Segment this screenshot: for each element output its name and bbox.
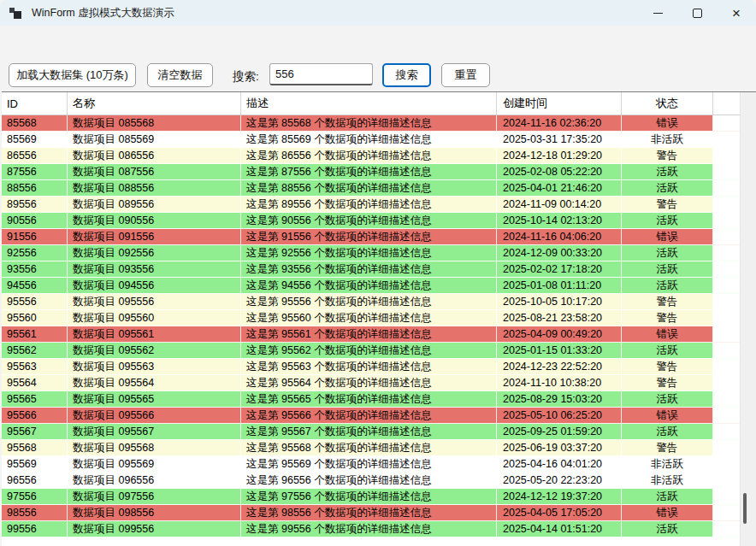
cell-id: 95565 (2, 391, 68, 407)
cell-desc: 这是第 95561 个数据项的详细描述信息 (241, 326, 497, 342)
cell-name: 数据项目 099556 (68, 521, 241, 537)
table-row[interactable]: 96556数据项目 096556这是第 96556 个数据项的详细描述信息202… (2, 473, 756, 489)
cell-date: 2025-09-25 01:59:20 (497, 424, 622, 439)
table-row[interactable]: 97556数据项目 097556这是第 97556 个数据项的详细描述信息202… (2, 489, 756, 505)
cell-name: 数据项目 097556 (68, 489, 241, 504)
cell-status: 非活跃 (622, 473, 713, 488)
scrollbar-thumb[interactable] (743, 493, 747, 524)
table-row[interactable]: 86556数据项目 086556这是第 86556 个数据项的详细描述信息202… (2, 148, 756, 164)
vertical-scrollbar[interactable] (740, 92, 756, 546)
cell-status: 警告 (622, 310, 713, 326)
cell-id: 85569 (2, 132, 68, 147)
table-row[interactable]: 95568数据项目 095568这是第 95568 个数据项的详细描述信息202… (2, 440, 756, 456)
minimize-button[interactable] (638, 0, 677, 26)
reset-button[interactable]: 重置 (441, 63, 490, 87)
column-header-status[interactable]: 状态 (622, 92, 713, 114)
cell-desc: 这是第 95560 个数据项的详细描述信息 (241, 310, 497, 326)
column-header-desc[interactable]: 描述 (241, 92, 497, 114)
table-row[interactable]: 93556数据项目 093556这是第 93556 个数据项的详细描述信息202… (2, 261, 756, 278)
table-row[interactable]: 95566数据项目 095566这是第 95566 个数据项的详细描述信息202… (2, 408, 756, 424)
table-row[interactable]: 90556数据项目 090556这是第 90556 个数据项的详细描述信息202… (2, 213, 756, 229)
table-row[interactable]: 94556数据项目 094556这是第 94556 个数据项的详细描述信息202… (2, 278, 756, 294)
table-row[interactable]: 89556数据项目 089556这是第 89556 个数据项的详细描述信息202… (2, 197, 756, 213)
cell-status: 活跃 (622, 213, 713, 228)
cell-filler (713, 148, 741, 163)
cell-date: 2024-12-23 22:52:20 (497, 359, 622, 374)
table-row[interactable]: 95560数据项目 095560这是第 95560 个数据项的详细描述信息202… (2, 310, 756, 326)
cell-id: 87556 (2, 164, 68, 179)
cell-date: 2025-04-05 17:05:20 (497, 505, 622, 520)
cell-filler (713, 229, 741, 244)
search-button[interactable]: 搜索 (382, 63, 431, 87)
cell-date: 2025-04-01 21:46:20 (497, 180, 622, 196)
cell-date: 2024-12-18 01:29:20 (497, 148, 622, 163)
cell-id: 97556 (2, 489, 68, 504)
cell-desc: 这是第 95567 个数据项的详细描述信息 (241, 424, 497, 439)
cell-filler (713, 343, 741, 358)
cell-filler (713, 489, 741, 504)
table-row[interactable]: 95561数据项目 095561这是第 95561 个数据项的详细描述信息202… (2, 326, 756, 343)
cell-id: 92556 (2, 245, 68, 261)
load-data-button[interactable]: 加载大数据集 (10万条) (9, 63, 136, 87)
table-row[interactable]: 95556数据项目 095556这是第 95556 个数据项的详细描述信息202… (2, 294, 756, 310)
table-row[interactable]: 95562数据项目 095562这是第 95562 个数据项的详细描述信息202… (2, 343, 756, 359)
cell-date: 2025-03-31 17:35:20 (497, 132, 622, 147)
cell-desc: 这是第 91556 个数据项的详细描述信息 (241, 229, 497, 244)
cell-status: 活跃 (622, 245, 713, 261)
cell-status: 错误 (622, 326, 713, 342)
cell-desc: 这是第 87556 个数据项的详细描述信息 (241, 164, 497, 179)
table-row[interactable]: 92556数据项目 092556这是第 92556 个数据项的详细描述信息202… (2, 245, 756, 261)
cell-date: 2025-01-08 01:11:20 (497, 278, 622, 293)
table-row[interactable]: 99556数据项目 099556这是第 99556 个数据项的详细描述信息202… (2, 521, 756, 537)
cell-name: 数据项目 087556 (68, 164, 241, 179)
cell-status: 错误 (622, 229, 713, 244)
cell-filler (713, 440, 741, 455)
cell-id: 95566 (2, 408, 68, 423)
cell-desc: 这是第 86556 个数据项的详细描述信息 (241, 148, 497, 163)
table-row[interactable]: 87556数据项目 087556这是第 87556 个数据项的详细描述信息202… (2, 164, 756, 180)
table-row[interactable]: 95563数据项目 095563这是第 95563 个数据项的详细描述信息202… (2, 359, 756, 375)
maximize-icon (693, 9, 702, 18)
table-row[interactable]: 95565数据项目 095565这是第 95565 个数据项的详细描述信息202… (2, 391, 756, 408)
cell-desc: 这是第 90556 个数据项的详细描述信息 (241, 213, 497, 228)
column-header-date[interactable]: 创建时间 (497, 92, 622, 114)
cell-id: 95564 (2, 375, 68, 390)
cell-date: 2025-04-16 04:01:20 (497, 456, 622, 472)
cell-status: 错误 (622, 408, 713, 423)
cell-date: 2025-08-21 23:58:20 (497, 310, 622, 326)
table-row[interactable]: 98556数据项目 098556这是第 98556 个数据项的详细描述信息202… (2, 505, 756, 521)
window-title: WinForm 虚拟模式大数据演示 (32, 6, 174, 21)
table-row[interactable]: 91556数据项目 091556这是第 91556 个数据项的详细描述信息202… (2, 229, 756, 245)
cell-date: 2024-11-16 04:06:20 (497, 229, 622, 244)
close-button[interactable]: × (717, 0, 756, 26)
cell-date: 2025-04-14 01:51:20 (497, 521, 622, 537)
table-row[interactable]: 88556数据项目 088556这是第 88556 个数据项的详细描述信息202… (2, 180, 756, 197)
cell-status: 警告 (622, 148, 713, 163)
cell-status: 活跃 (622, 521, 713, 537)
cell-id: 86556 (2, 148, 68, 163)
maximize-button[interactable] (677, 0, 717, 26)
cell-status: 非活跃 (622, 132, 713, 147)
cell-id: 95560 (2, 310, 68, 326)
table-row[interactable]: 95567数据项目 095567这是第 95567 个数据项的详细描述信息202… (2, 424, 756, 440)
cell-name: 数据项目 095565 (68, 391, 241, 407)
cell-name: 数据项目 086556 (68, 148, 241, 163)
cell-name: 数据项目 093556 (68, 261, 241, 277)
toolbar: 加载大数据集 (10万条) 清空数据 搜索: 搜索 重置 缓存项目: 274 -… (0, 26, 756, 91)
cell-desc: 这是第 99556 个数据项的详细描述信息 (241, 521, 497, 537)
cell-filler (713, 310, 741, 326)
cell-status: 活跃 (622, 180, 713, 196)
cell-name: 数据项目 095561 (68, 326, 241, 342)
column-header-name[interactable]: 名称 (68, 92, 241, 114)
column-header-id[interactable]: ID (2, 92, 68, 114)
table-row[interactable]: 85569数据项目 085569这是第 85569 个数据项的详细描述信息202… (2, 132, 756, 148)
table-row[interactable]: 85568数据项目 085568这是第 85568 个数据项的详细描述信息202… (2, 115, 756, 132)
cell-date: 2025-02-08 05:22:20 (497, 164, 622, 179)
cell-id: 95556 (2, 294, 68, 309)
cell-status: 活跃 (622, 489, 713, 504)
cell-id: 85568 (2, 115, 68, 131)
table-row[interactable]: 95569数据项目 095569这是第 95569 个数据项的详细描述信息202… (2, 456, 756, 473)
clear-data-button[interactable]: 清空数据 (147, 63, 213, 87)
table-row[interactable]: 95564数据项目 095564这是第 95564 个数据项的详细描述信息202… (2, 375, 756, 391)
search-input[interactable] (269, 63, 373, 85)
